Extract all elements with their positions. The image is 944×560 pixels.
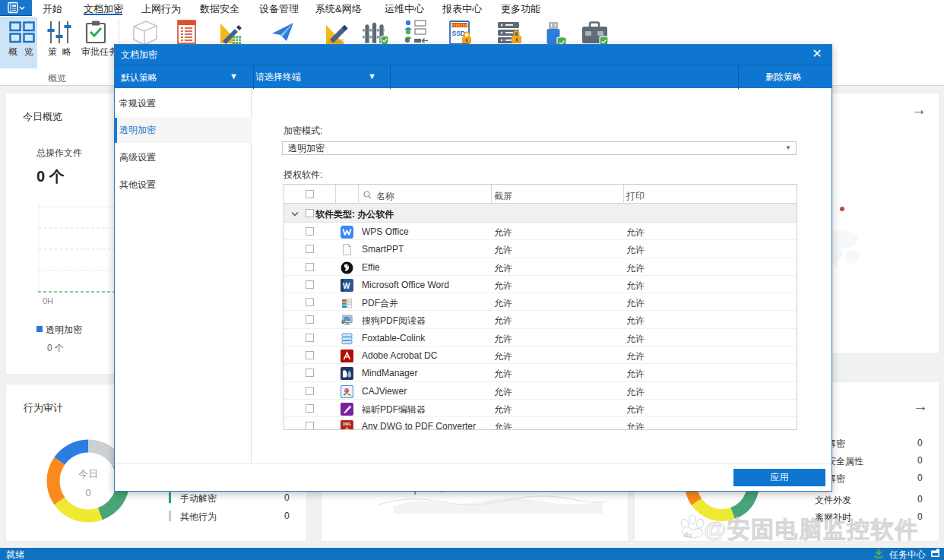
svg-text:SSD: SSD [452,30,465,37]
svg-text:W: W [343,281,350,289]
svg-text:@安固电脑监控软件: @安固电脑监控软件 [704,517,919,542]
svg-text:du: du [684,531,692,539]
svg-text:DWG: DWG [343,422,351,426]
